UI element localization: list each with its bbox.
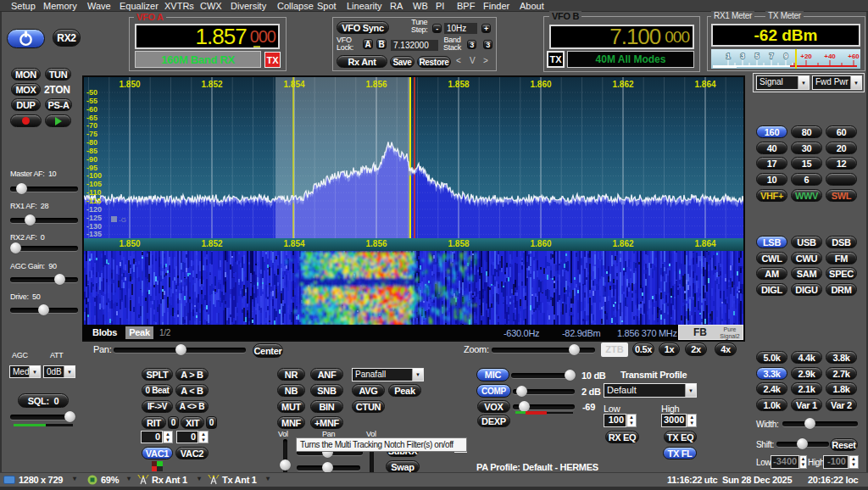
svg-text:1.864: 1.864 [694, 80, 715, 89]
svg-text:+20: +20 [800, 53, 812, 60]
svg-text:1.856: 1.856 [365, 80, 387, 89]
svg-text:-135: -135 [86, 230, 102, 238]
svg-text:1.854: 1.854 [283, 80, 304, 89]
svg-text:1.852: 1.852 [201, 80, 222, 89]
svg-text:-85: -85 [86, 147, 97, 155]
svg-text:-125: -125 [86, 214, 102, 222]
svg-text:-55: -55 [86, 97, 97, 105]
svg-text:+60: +60 [848, 53, 860, 60]
svg-text:-120: -120 [86, 205, 102, 214]
svg-text:-70: -70 [86, 121, 97, 130]
svg-text:-50: -50 [86, 88, 97, 97]
svg-text:-80: -80 [86, 138, 97, 147]
svg-text:-100: -100 [86, 171, 102, 180]
svg-text:1.850: 1.850 [119, 80, 140, 89]
svg-text:-60: -60 [86, 105, 97, 114]
svg-text:1.858: 1.858 [448, 80, 469, 89]
svg-text:-110: -110 [86, 188, 102, 197]
svg-text:-90: -90 [86, 155, 97, 164]
svg-text:+40: +40 [824, 53, 836, 60]
svg-text:-115: -115 [86, 197, 102, 205]
svg-text:1.862: 1.862 [612, 80, 633, 89]
svg-text:1: 1 [726, 52, 731, 60]
svg-text:-G: -G [119, 216, 126, 224]
svg-text:5: 5 [755, 52, 760, 60]
svg-text:1.860: 1.860 [530, 80, 551, 89]
svg-text:-75: -75 [86, 130, 97, 138]
svg-text:3: 3 [741, 52, 745, 60]
svg-text:-105: -105 [86, 180, 102, 188]
svg-text:7: 7 [770, 52, 774, 60]
svg-text:9: 9 [784, 52, 788, 60]
